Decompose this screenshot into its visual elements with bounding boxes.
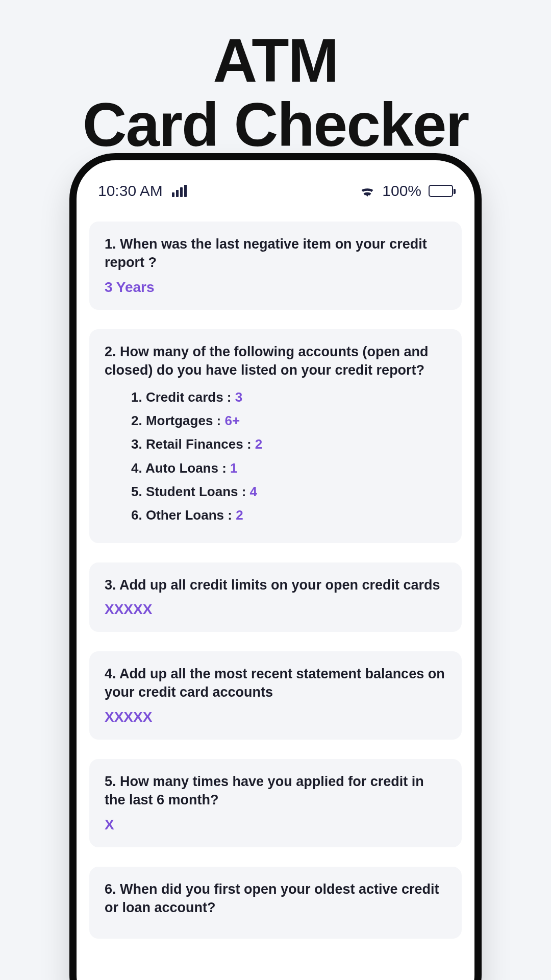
question-text: 6. When did you first open your oldest a… bbox=[105, 880, 446, 917]
question-card-6[interactable]: 6. When did you first open your oldest a… bbox=[89, 867, 462, 939]
question-card-5[interactable]: 5. How many times have you applied for c… bbox=[89, 759, 462, 847]
phone-frame: 10:30 AM 100% 1. When was the last negat… bbox=[69, 153, 482, 980]
answer-value: 3 Years bbox=[105, 279, 446, 296]
answer-value: XXXXX bbox=[105, 709, 446, 725]
account-row: 6. Other Loans : 2 bbox=[131, 505, 446, 525]
account-label: Student Loans : bbox=[146, 484, 250, 499]
account-row: 3. Retail Finances : 2 bbox=[131, 434, 446, 454]
account-row: 4. Auto Loans : 1 bbox=[131, 458, 446, 478]
status-battery-pct: 100% bbox=[382, 182, 421, 200]
account-value: 4 bbox=[250, 484, 257, 499]
account-index: 3. bbox=[131, 436, 142, 452]
account-label: Credit cards : bbox=[146, 389, 235, 405]
status-time: 10:30 AM bbox=[98, 182, 163, 200]
status-left: 10:30 AM bbox=[98, 182, 187, 200]
account-row: 1. Credit cards : 3 bbox=[131, 387, 446, 407]
question-card-4[interactable]: 4. Add up all the most recent statement … bbox=[89, 651, 462, 740]
account-label: Mortgages : bbox=[146, 413, 225, 428]
wifi-icon bbox=[360, 185, 375, 197]
screen-content: 1. When was the last negative item on yo… bbox=[77, 206, 474, 939]
account-value: 6+ bbox=[225, 413, 240, 428]
question-card-1[interactable]: 1. When was the last negative item on yo… bbox=[89, 222, 462, 310]
battery-icon bbox=[429, 185, 453, 197]
question-card-2[interactable]: 2. How many of the following accounts (o… bbox=[89, 329, 462, 543]
status-right: 100% bbox=[360, 182, 453, 200]
status-bar: 10:30 AM 100% bbox=[77, 160, 474, 206]
account-value: 2 bbox=[255, 436, 262, 452]
account-index: 1. bbox=[131, 389, 142, 405]
account-label: Auto Loans : bbox=[145, 460, 230, 476]
app-title-line2: Card Checker bbox=[0, 92, 551, 157]
account-value: 1 bbox=[230, 460, 237, 476]
answer-value: XXXXX bbox=[105, 601, 446, 618]
answer-value: X bbox=[105, 817, 446, 833]
signal-icon bbox=[172, 185, 187, 197]
question-text: 1. When was the last negative item on yo… bbox=[105, 235, 446, 272]
account-label: Retail Finances : bbox=[146, 436, 255, 452]
account-index: 5. bbox=[131, 484, 142, 499]
accounts-list: 1. Credit cards : 3 2. Mortgages : 6+ 3.… bbox=[105, 387, 446, 526]
question-text: 2. How many of the following accounts (o… bbox=[105, 342, 446, 380]
account-index: 6. bbox=[131, 507, 142, 523]
account-value: 2 bbox=[236, 507, 243, 523]
app-title: ATM Card Checker bbox=[0, 0, 551, 157]
question-text: 4. Add up all the most recent statement … bbox=[105, 665, 446, 702]
account-row: 5. Student Loans : 4 bbox=[131, 481, 446, 502]
app-title-line1: ATM bbox=[0, 28, 551, 92]
question-text: 3. Add up all credit limits on your open… bbox=[105, 576, 446, 594]
account-label: Other Loans : bbox=[146, 507, 236, 523]
question-text: 5. How many times have you applied for c… bbox=[105, 772, 446, 810]
account-row: 2. Mortgages : 6+ bbox=[131, 410, 446, 431]
account-value: 3 bbox=[235, 389, 242, 405]
question-card-3[interactable]: 3. Add up all credit limits on your open… bbox=[89, 562, 462, 632]
account-index: 2. bbox=[131, 413, 142, 428]
account-index: 4. bbox=[131, 460, 142, 476]
